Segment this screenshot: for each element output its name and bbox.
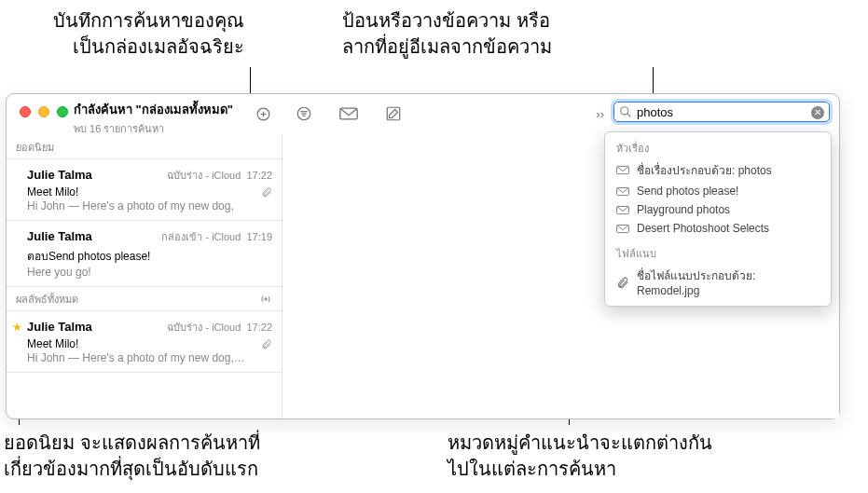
mailbox-label: ฉบับร่าง - iCloud: [167, 322, 241, 333]
callout-bottom-right: หมวดหมู่คำแนะนำจะแตกต่างกันไปในแต่ละการค…: [448, 432, 712, 479]
flag-icon: ★: [12, 321, 22, 334]
preview-text: Hi John — Here's a photo of my new dog,…: [27, 351, 272, 364]
section-header-all-results: ผลลัพธ์ทั้งหมด: [7, 287, 282, 311]
mail-window: กำลังค้นหา "กล่องเมลทั้งหมด" พบ 16 รายกา…: [6, 93, 840, 419]
suggestion-label: ชื่อเรื่องประกอบด้วย: photos: [637, 161, 772, 179]
subject-label: Meet Milo!: [27, 185, 78, 199]
clear-search-icon[interactable]: ✕: [811, 106, 824, 119]
suggestion-label: Playground photos: [637, 203, 730, 216]
preview-text: Here you go!: [27, 266, 272, 279]
time-label: 17:22: [246, 170, 272, 181]
search-field[interactable]: ✕: [613, 102, 830, 122]
time-label: 17:22: [246, 322, 272, 333]
time-label: 17:19: [246, 231, 272, 242]
preview-text: Hi John — Here's a photo of my new dog,: [27, 199, 272, 212]
suggestion-label: Desert Photoshoot Selects: [637, 222, 769, 235]
suggestion-item[interactable]: ชื่อเรื่องประกอบด้วย: photos: [605, 158, 831, 182]
suggestion-item[interactable]: Desert Photoshoot Selects: [605, 219, 831, 238]
svg-point-15: [265, 298, 267, 300]
mark-read-button[interactable]: [326, 103, 371, 124]
suggestion-group-header: หัวเรื่อง: [605, 136, 831, 158]
toolbar: กำลังค้นหา "กล่องเมลทั้งหมด" พบ 16 รายกา…: [7, 94, 839, 135]
message-list: ยอดนิยม Julie Talma ฉบับร่าง - iCloud 17…: [7, 135, 282, 418]
mailbox-label: กล่องเข้า - iCloud: [161, 231, 241, 242]
search-icon: [619, 105, 632, 118]
suggestion-item[interactable]: Send photos please!: [605, 182, 831, 200]
suggestion-item[interactable]: ชื่อไฟล์แนบประกอบด้วย: Remodel.jpg: [605, 264, 831, 300]
window-title: กำลังค้นหา "กล่องเมลทั้งหมด": [74, 100, 233, 119]
search-suggestions: หัวเรื่อง ชื่อเรื่องประกอบด้วย: photos S…: [604, 131, 832, 307]
message-row[interactable]: Julie Talma กล่องเข้า - iCloud 17:19 ตอบ…: [7, 221, 282, 287]
message-row[interactable]: Julie Talma ฉบับร่าง - iCloud 17:22 Meet…: [7, 159, 282, 221]
suggestion-item[interactable]: Playground photos: [605, 200, 831, 219]
svg-line-10: [627, 114, 631, 117]
message-row[interactable]: ★ Julie Talma ฉบับร่าง - iCloud 17:22 Me…: [7, 311, 282, 373]
section-header-top-hits: ยอดนิยม: [7, 135, 282, 159]
search-input[interactable]: [637, 105, 808, 119]
suggestion-label: ชื่อไฟล์แนบประกอบด้วย: Remodel.jpg: [637, 267, 820, 297]
toolbar-overflow-icon[interactable]: ››: [596, 107, 604, 121]
callout-top-left-1: บันทึกการค้นหาของคุณเป็นกล่องเมลอัจฉริยะ: [53, 10, 244, 57]
thread-icon: [259, 293, 272, 306]
suggestion-label: Send photos please!: [637, 185, 738, 198]
subject-label: Meet Milo!: [27, 337, 78, 350]
callout-bottom-left: ยอดนิยม จะแสดงผลการค้นหาที่เกี่ยวข้องมาก…: [4, 432, 260, 479]
sender-name: Julie Talma: [27, 229, 92, 243]
attachment-icon: [261, 186, 272, 198]
callout-top-right: ป้อนหรือวางข้อความ หรือลากที่อยู่อีเมลจา…: [342, 10, 552, 57]
mailbox-label: ฉบับร่าง - iCloud: [167, 170, 241, 181]
filter-button[interactable]: [282, 103, 326, 124]
sender-name: Julie Talma: [27, 168, 92, 182]
sender-name: Julie Talma: [27, 320, 92, 334]
subject-label: ตอบSend photos please!: [27, 247, 150, 265]
suggestion-group-header: ไฟล์แนบ: [605, 241, 831, 264]
save-smart-mailbox-button[interactable]: [244, 103, 282, 124]
attachment-icon: [261, 338, 272, 349]
compose-button[interactable]: [371, 103, 416, 124]
svg-point-9: [621, 107, 628, 115]
